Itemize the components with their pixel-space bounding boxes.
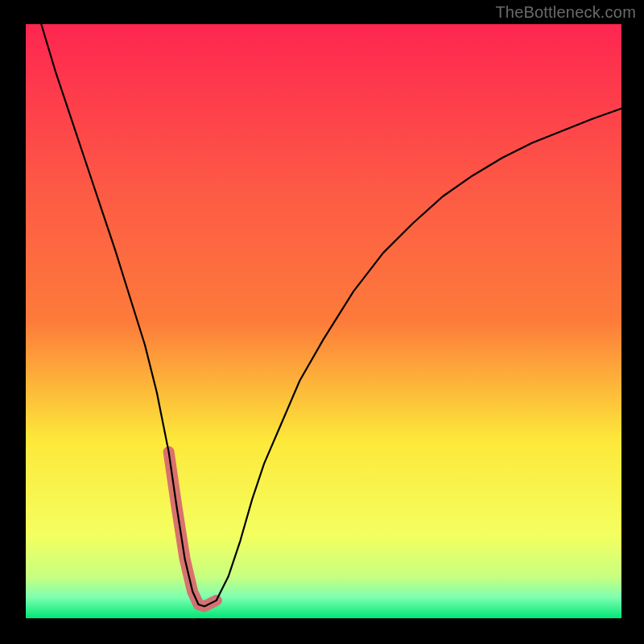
chart-canvas: TheBottleneck.com (0, 0, 644, 644)
chart-svg (0, 0, 644, 644)
plot-background (26, 24, 621, 618)
